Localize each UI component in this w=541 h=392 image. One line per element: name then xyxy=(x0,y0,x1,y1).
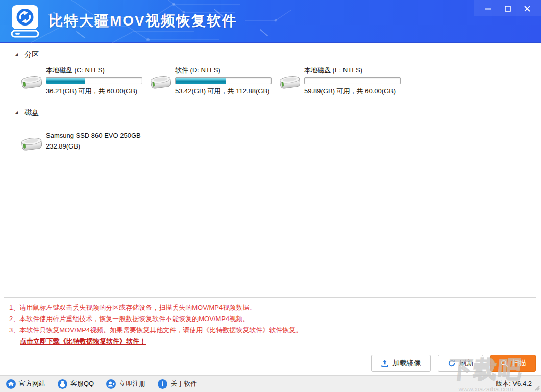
page-title: 比特大疆MOV视频恢复软件 xyxy=(48,11,237,31)
usage-bar-fill xyxy=(176,78,226,84)
usage-bar xyxy=(175,77,272,84)
hard-disk-icon xyxy=(20,134,43,153)
register-user-icon xyxy=(106,379,116,389)
partition-details: 59.89(GB) 可用，共 60.00(GB) xyxy=(304,87,401,96)
refresh-button[interactable]: 刷新 xyxy=(438,355,483,372)
app-logo-hard-drive-recovery-icon xyxy=(10,4,40,38)
maximize-icon xyxy=(504,5,511,12)
upload-image-icon xyxy=(381,359,389,368)
disks-section-title: 磁盘 xyxy=(24,108,39,117)
disk-info: Samsung SSD 860 EVO 250GB 232.89(GB) xyxy=(46,132,141,150)
device-list-panel: ◢ 分区 本地磁盘 (C: NTFS) 36.21(GB) 可用，共 60.00… xyxy=(4,45,536,298)
footer-bar: 官方网站 客服QQ 立即注册 关于软件 版本: V6.4.2 xyxy=(0,375,541,392)
usage-bar xyxy=(304,77,401,84)
footer-link-label: 关于软件 xyxy=(170,379,197,388)
instruction-line-2: 2、本软件使用碎片重组技术，恢复一般数据恢复软件不能恢复的MOV/MP4视频。 xyxy=(9,313,302,325)
refresh-icon xyxy=(448,359,456,368)
partition-details: 36.21(GB) 可用，共 60.00(GB) xyxy=(46,87,142,96)
partition-label: 软件 (D: NTFS) xyxy=(175,66,272,75)
resize-grip[interactable] xyxy=(534,385,540,391)
search-scan-icon xyxy=(500,359,508,368)
footer-link-label: 客服QQ xyxy=(70,379,94,388)
load-image-label: 加载镜像 xyxy=(392,359,421,368)
partitions-section-header: ◢ 分区 xyxy=(15,50,532,59)
partition-label: 本地磁盘 (C: NTFS) xyxy=(46,66,142,75)
disk-capacity: 232.89(GB) xyxy=(46,142,141,150)
partition-details: 53.42(GB) 可用，共 112.88(GB) xyxy=(175,87,272,96)
about-info-icon xyxy=(158,379,167,389)
footer-link-official-website[interactable]: 官方网站 xyxy=(6,379,45,389)
section-divider xyxy=(45,55,532,55)
instructions-block: 1、请用鼠标左键双击丢失视频的分区或存储设备，扫描丢失的MOV/MP4视频数据。… xyxy=(9,302,302,347)
partitions-section-title: 分区 xyxy=(24,50,39,59)
scan-button[interactable]: 扫描 xyxy=(490,355,536,372)
home-icon xyxy=(6,379,16,389)
hard-disk-icon xyxy=(149,72,173,91)
disks-section-header: ◢ 磁盘 xyxy=(15,108,532,117)
partition-info: 软件 (D: NTFS) 53.42(GB) 可用，共 112.88(GB) xyxy=(175,66,272,96)
load-image-button[interactable]: 加载镜像 xyxy=(371,355,431,372)
partitions-row: 本地磁盘 (C: NTFS) 36.21(GB) 可用，共 60.00(GB) … xyxy=(20,66,536,96)
qq-icon xyxy=(58,379,67,389)
scan-label: 扫描 xyxy=(512,359,526,368)
minimize-icon xyxy=(485,5,492,12)
footer-link-register[interactable]: 立即注册 xyxy=(106,379,145,389)
minimize-button[interactable] xyxy=(481,2,496,15)
partition-label: 本地磁盘 (E: NTFS) xyxy=(304,66,401,75)
disk-label: Samsung SSD 860 EVO 250GB xyxy=(46,132,141,139)
hard-disk-icon xyxy=(278,72,302,91)
usage-bar xyxy=(46,77,142,84)
expander-triangle-icon[interactable]: ◢ xyxy=(15,53,18,57)
instruction-line-1: 1、请用鼠标左键双击丢失视频的分区或存储设备，扫描丢失的MOV/MP4视频数据。 xyxy=(9,302,302,313)
partition-info: 本地磁盘 (E: NTFS) 59.89(GB) 可用，共 60.00(GB) xyxy=(304,66,401,96)
partition-item-d[interactable]: 软件 (D: NTFS) 53.42(GB) 可用，共 112.88(GB) xyxy=(149,66,278,96)
footer-link-about[interactable]: 关于软件 xyxy=(158,379,197,389)
download-software-link[interactable]: 点击立即下载《比特数据恢复软件》软件！ xyxy=(20,336,146,347)
window-controls xyxy=(481,2,535,15)
app-window: { "header": { "app_title": "比特大疆MOV视频恢复软… xyxy=(0,0,541,392)
title-bar: 比特大疆MOV视频恢复软件 xyxy=(0,0,541,43)
maximize-button[interactable] xyxy=(500,2,515,15)
expander-triangle-icon[interactable]: ◢ xyxy=(15,111,18,115)
close-icon xyxy=(524,5,531,12)
footer-link-label: 官方网站 xyxy=(19,379,45,388)
disk-item-samsung-ssd[interactable]: Samsung SSD 860 EVO 250GB 232.89(GB) xyxy=(20,128,536,153)
usage-bar-fill xyxy=(46,78,85,84)
section-divider xyxy=(45,113,532,113)
footer-link-label: 立即注册 xyxy=(119,379,145,388)
refresh-label: 刷新 xyxy=(459,359,474,368)
hard-disk-icon xyxy=(20,72,43,91)
partition-info: 本地磁盘 (C: NTFS) 36.21(GB) 可用，共 60.00(GB) xyxy=(46,66,142,96)
version-text: 版本: V6.4.2 xyxy=(496,379,532,388)
partition-item-c[interactable]: 本地磁盘 (C: NTFS) 36.21(GB) 可用，共 60.00(GB) xyxy=(20,66,149,96)
instruction-line-3: 3、本软件只恢复MOV/MP4视频。如果需要恢复其他文件，请使用《比特数据恢复软… xyxy=(9,325,302,336)
action-buttons-row: 加载镜像 刷新 扫描 xyxy=(371,355,536,372)
partition-item-e[interactable]: 本地磁盘 (E: NTFS) 59.89(GB) 可用，共 60.00(GB) xyxy=(278,66,407,96)
close-button[interactable] xyxy=(520,2,535,15)
footer-link-qq-support[interactable]: 客服QQ xyxy=(58,379,94,389)
